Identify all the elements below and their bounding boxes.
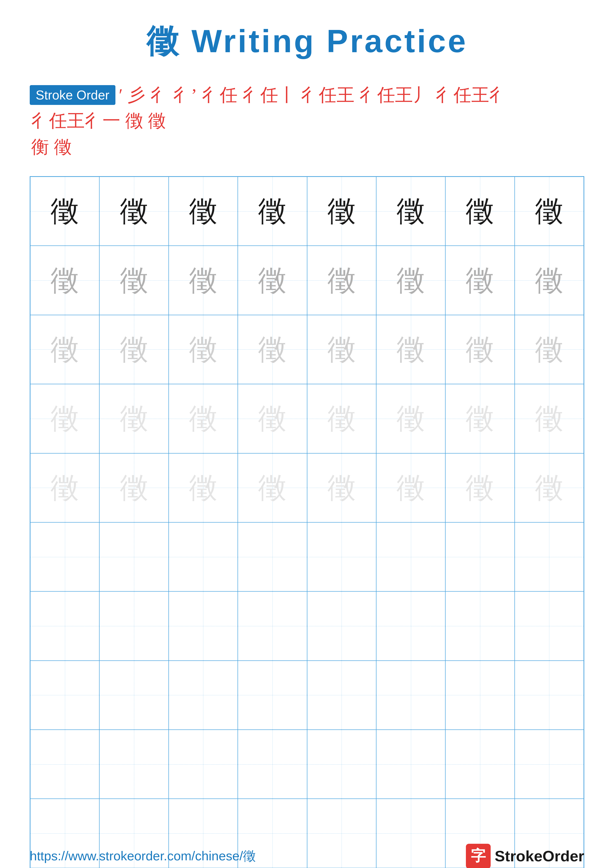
stroke-3: 彳 (150, 83, 168, 107)
grid-cell: 徵 (238, 246, 307, 315)
practice-char: 徵 (51, 469, 79, 507)
practice-char: 徵 (189, 330, 218, 369)
practice-char: 徵 (51, 399, 79, 438)
practice-char: 徵 (466, 399, 494, 438)
grid-cell[interactable] (30, 730, 99, 799)
grid-cell: 徵 (445, 246, 515, 315)
practice-char: 徵 (120, 261, 148, 300)
grid-cell[interactable] (307, 730, 376, 799)
practice-char: 徵 (396, 469, 425, 507)
grid-cell: 徵 (99, 246, 168, 315)
logo-text: StrokeOrder (494, 847, 584, 865)
practice-char: 徵 (258, 261, 286, 300)
grid-cell: 徵 (169, 315, 238, 384)
practice-char: 徵 (466, 261, 494, 300)
grid-cell[interactable] (515, 661, 584, 730)
grid-cell[interactable] (445, 661, 515, 730)
grid-cell[interactable] (515, 591, 584, 660)
grid-cell[interactable] (376, 591, 445, 660)
grid-cell[interactable] (376, 522, 445, 591)
stroke-row2-1: 衡 (31, 135, 49, 159)
grid-cell: 徵 (515, 246, 584, 315)
grid-cell: 徵 (515, 177, 584, 246)
practice-char: 徵 (396, 192, 425, 230)
grid-cell: 徵 (30, 315, 99, 384)
grid-cell[interactable] (169, 591, 238, 660)
practice-char: 徵 (396, 261, 425, 300)
grid-cell[interactable] (376, 730, 445, 799)
grid-cell[interactable] (238, 730, 307, 799)
grid-cell[interactable] (515, 522, 584, 591)
grid-cell[interactable] (99, 591, 168, 660)
practice-char: 徵 (466, 330, 494, 369)
grid-cell[interactable] (307, 522, 376, 591)
practice-char: 徵 (51, 192, 79, 230)
stroke-2: 彡 (127, 83, 145, 107)
grid-cell: 徵 (307, 384, 376, 453)
grid-cell: 徵 (445, 315, 515, 384)
footer: https://www.strokeorder.com/chinese/徵 字 … (30, 844, 584, 868)
practice-char: 徵 (466, 469, 494, 507)
grid-cell: 徵 (445, 384, 515, 453)
grid-cell[interactable] (169, 661, 238, 730)
stroke-1: ′ (119, 85, 123, 105)
grid-cell[interactable] (238, 522, 307, 591)
grid-cell[interactable] (99, 522, 168, 591)
grid-cell: 徵 (307, 315, 376, 384)
grid-cell: 徵 (238, 453, 307, 522)
grid-cell: 徵 (169, 384, 238, 453)
practice-char: 徵 (535, 261, 563, 300)
grid-cell: 徵 (445, 177, 515, 246)
grid-cell: 徵 (307, 177, 376, 246)
practice-char: 徵 (258, 399, 286, 438)
stroke-order-row1: Stroke Order ′ 彡 彳 彳’ 彳任 彳任丨 彳任王 彳任王丿 彳任… (30, 83, 584, 133)
grid-cell[interactable] (238, 661, 307, 730)
grid-cell: 徵 (30, 246, 99, 315)
practice-char: 徵 (189, 192, 218, 230)
grid-cell[interactable] (238, 591, 307, 660)
practice-char: 徵 (535, 330, 563, 369)
grid-cell[interactable] (307, 661, 376, 730)
stroke-4: 彳’ (173, 83, 197, 107)
grid-cell: 徵 (99, 453, 168, 522)
grid-cell[interactable] (30, 591, 99, 660)
grid-cell: 徵 (376, 246, 445, 315)
stroke-order-section: Stroke Order ′ 彡 彳 彳’ 彳任 彳任丨 彳任王 彳任王丿 彳任… (30, 83, 584, 161)
practice-char: 徵 (535, 469, 563, 507)
grid-cell: 徵 (238, 384, 307, 453)
grid-cell[interactable] (307, 591, 376, 660)
practice-char: 徵 (328, 399, 356, 438)
stroke-5: 彳任 (202, 83, 238, 107)
practice-char: 徵 (120, 399, 148, 438)
practice-char: 徵 (51, 330, 79, 369)
stroke-11: 徴 (125, 109, 143, 133)
stroke-order-row2: 衡 徵 (30, 135, 584, 159)
grid-cell[interactable] (99, 730, 168, 799)
grid-cell: 徵 (30, 384, 99, 453)
grid-cell[interactable] (515, 730, 584, 799)
grid-cell[interactable] (169, 730, 238, 799)
grid-cell: 徵 (238, 315, 307, 384)
stroke-6: 彳任丨 (242, 83, 296, 107)
grid-cell[interactable] (30, 661, 99, 730)
grid-cell[interactable] (30, 522, 99, 591)
practice-char: 徵 (258, 330, 286, 369)
grid-cell: 徵 (445, 453, 515, 522)
stroke-10: 彳任王彳一 (31, 109, 120, 133)
practice-char: 徵 (258, 192, 286, 230)
practice-char: 徵 (51, 261, 79, 300)
practice-char: 徵 (396, 399, 425, 438)
grid-cell: 徵 (30, 177, 99, 246)
grid-cell[interactable] (376, 661, 445, 730)
practice-char: 徵 (328, 330, 356, 369)
grid-cell[interactable] (445, 591, 515, 660)
practice-char: 徵 (120, 192, 148, 230)
practice-char: 徵 (258, 469, 286, 507)
grid-cell[interactable] (169, 522, 238, 591)
grid-cell[interactable] (99, 661, 168, 730)
practice-char: 徵 (535, 399, 563, 438)
grid-cell: 徵 (376, 453, 445, 522)
grid-cell[interactable] (445, 730, 515, 799)
stroke-row2-2: 徵 (54, 135, 72, 159)
grid-cell[interactable] (445, 522, 515, 591)
